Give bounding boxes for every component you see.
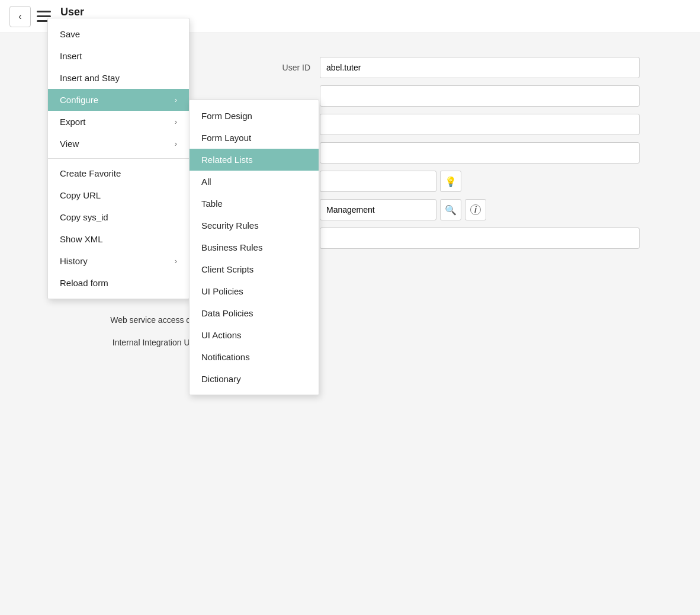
search-icon: 🔍 <box>445 204 457 216</box>
secondary-menu: Form Design Form Layout Related Lists Al… <box>189 100 319 395</box>
back-button[interactable]: ‹ <box>9 6 31 27</box>
form-input-2[interactable] <box>320 85 640 107</box>
menu-item-configure-label: Configure <box>60 95 98 105</box>
menu-item-data-policies[interactable]: Data Policies <box>190 302 319 324</box>
menu-item-insert[interactable]: Insert <box>48 45 189 67</box>
menu-item-dictionary-label: Dictionary <box>201 374 241 384</box>
menu-item-notifications[interactable]: Notifications <box>190 346 319 368</box>
menu-item-data-policies-label: Data Policies <box>201 308 253 318</box>
view-chevron-icon: › <box>175 139 177 148</box>
form-management-wrapper: 🔍 i <box>320 199 486 220</box>
menu-item-insert-and-stay[interactable]: Insert and Stay <box>48 67 189 89</box>
export-chevron-icon: › <box>175 117 177 126</box>
configure-chevron-icon: › <box>175 95 177 104</box>
menu-item-security-rules[interactable]: Security Rules <box>190 214 319 236</box>
menu-item-configure[interactable]: Configure › <box>48 89 189 111</box>
menu-item-related-lists[interactable]: Related Lists <box>190 149 319 171</box>
menu-item-form-design[interactable]: Form Design <box>190 105 319 127</box>
menu-item-save-label: Save <box>60 29 80 39</box>
user-id-input[interactable] <box>320 57 640 78</box>
menu-divider-1 <box>48 158 189 159</box>
menu-item-table[interactable]: Table <box>190 193 319 214</box>
menu-item-related-lists-label: Related Lists <box>201 155 253 165</box>
menu-item-ui-actions[interactable]: UI Actions <box>190 324 319 346</box>
form-input-4[interactable] <box>320 142 640 164</box>
menu-item-insert-label: Insert <box>60 51 82 61</box>
menu-item-table-label: Table <box>201 198 223 209</box>
menu-item-copy-url[interactable]: Copy URL <box>48 184 189 206</box>
menu-item-security-rules-label: Security Rules <box>201 220 259 230</box>
menu-item-create-favorite[interactable]: Create Favorite <box>48 162 189 184</box>
menu-item-copy-sysid[interactable]: Copy sys_id <box>48 206 189 228</box>
menu-item-client-scripts[interactable]: Client Scripts <box>190 258 319 280</box>
menu-item-dictionary[interactable]: Dictionary <box>190 368 319 390</box>
menu-item-ui-policies[interactable]: UI Policies <box>190 280 319 302</box>
hamburger-line-2 <box>37 15 51 17</box>
menu-item-form-design-label: Form Design <box>201 111 252 121</box>
search-button[interactable]: 🔍 <box>440 199 461 220</box>
menu-item-form-layout[interactable]: Form Layout <box>190 127 319 149</box>
menu-item-ui-policies-label: UI Policies <box>201 286 243 296</box>
menu-item-business-rules-label: Business Rules <box>201 242 262 252</box>
menu-item-insert-and-stay-label: Insert and Stay <box>60 73 120 83</box>
menu-item-export[interactable]: Export › <box>48 111 189 133</box>
form-input-5[interactable] <box>320 171 436 192</box>
back-icon: ‹ <box>18 11 21 22</box>
hamburger-line-1 <box>37 11 51 12</box>
history-chevron-icon: › <box>175 257 177 265</box>
menu-item-reload-form-label: Reload form <box>60 278 108 288</box>
info-icon: i <box>470 204 481 215</box>
primary-menu: Save Insert Insert and Stay Configure › … <box>47 18 190 299</box>
menu-item-form-layout-label: Form Layout <box>201 133 251 143</box>
menu-item-export-label: Export <box>60 117 85 127</box>
menu-item-history[interactable]: History › <box>48 250 189 272</box>
bulb-icon: 💡 <box>445 176 457 187</box>
menu-item-client-scripts-label: Client Scripts <box>201 264 253 274</box>
form-input-bulb-wrapper: 💡 <box>320 171 461 192</box>
page-title: User <box>60 6 95 18</box>
menu-item-history-label: History <box>60 256 88 266</box>
menu-item-ui-actions-label: UI Actions <box>201 330 242 340</box>
menu-item-all[interactable]: All <box>190 171 319 193</box>
menu-item-copy-url-label: Copy URL <box>60 190 101 200</box>
management-input[interactable] <box>320 199 436 220</box>
dropdown-overlay: Save Insert Insert and Stay Configure › … <box>47 18 319 395</box>
menu-item-save[interactable]: Save <box>48 23 189 45</box>
menu-item-reload-form[interactable]: Reload form <box>48 272 189 294</box>
menu-item-copy-sysid-label: Copy sys_id <box>60 212 108 222</box>
form-input-3[interactable] <box>320 114 640 135</box>
form-input-6[interactable] <box>320 228 640 249</box>
menu-item-notifications-label: Notifications <box>201 352 250 362</box>
menu-item-business-rules[interactable]: Business Rules <box>190 236 319 258</box>
menu-item-create-favorite-label: Create Favorite <box>60 168 121 178</box>
menu-item-view[interactable]: View › <box>48 133 189 155</box>
menu-item-show-xml[interactable]: Show XML <box>48 228 189 250</box>
menu-item-show-xml-label: Show XML <box>60 234 103 244</box>
menu-item-all-label: All <box>201 177 211 187</box>
bulb-button[interactable]: 💡 <box>440 171 461 192</box>
menu-item-view-label: View <box>60 139 79 149</box>
info-button[interactable]: i <box>465 199 486 220</box>
